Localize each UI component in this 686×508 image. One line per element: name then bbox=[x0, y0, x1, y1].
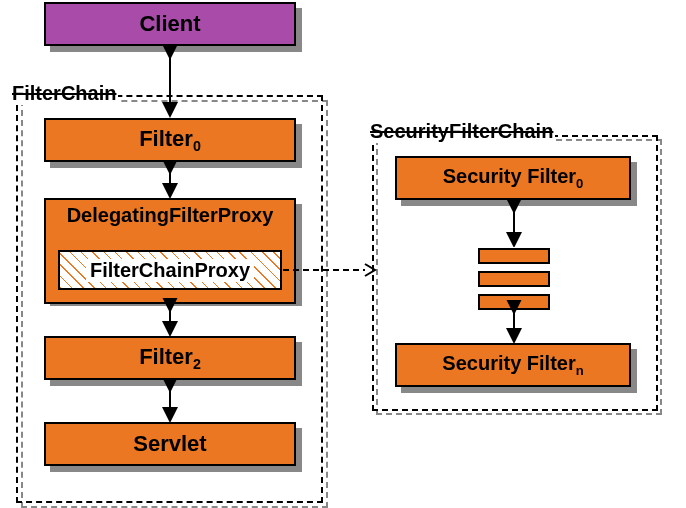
stack-bar bbox=[478, 248, 550, 264]
servlet-label: Servlet bbox=[133, 431, 206, 457]
arrow-delegating-filter2 bbox=[160, 298, 180, 336]
securitychain-title: SecurityFilterChain bbox=[368, 120, 555, 143]
stack-bar bbox=[478, 271, 550, 287]
arrow-filter2-servlet bbox=[160, 378, 180, 422]
filterchainproxy-box: FilterChainProxy bbox=[58, 250, 282, 290]
client-label: Client bbox=[139, 11, 200, 37]
arrow-sf0-bars bbox=[504, 199, 524, 247]
filter0-label: Filter0 bbox=[139, 126, 201, 154]
arrow-client-filter0 bbox=[160, 44, 180, 118]
client-box: Client bbox=[44, 2, 296, 46]
delegating-label: DelegatingFilterProxy bbox=[46, 204, 294, 227]
filterchainproxy-label: FilterChainProxy bbox=[86, 259, 254, 282]
sf0-box: Security Filter0 bbox=[395, 156, 631, 200]
arrow-bars-sfn bbox=[504, 300, 524, 343]
sfn-box: Security Filtern bbox=[395, 343, 631, 387]
arrow-filter0-delegating bbox=[160, 160, 180, 198]
filterchain-title: FilterChain bbox=[10, 82, 118, 105]
sfn-label: Security Filtern bbox=[442, 352, 583, 378]
filter0-box: Filter0 bbox=[44, 118, 296, 162]
filter2-box: Filter2 bbox=[44, 336, 296, 380]
connector-proxy-securitychain bbox=[283, 260, 377, 280]
sf0-label: Security Filter0 bbox=[443, 165, 584, 191]
servlet-box: Servlet bbox=[44, 422, 296, 466]
filter2-label: Filter2 bbox=[139, 344, 201, 372]
